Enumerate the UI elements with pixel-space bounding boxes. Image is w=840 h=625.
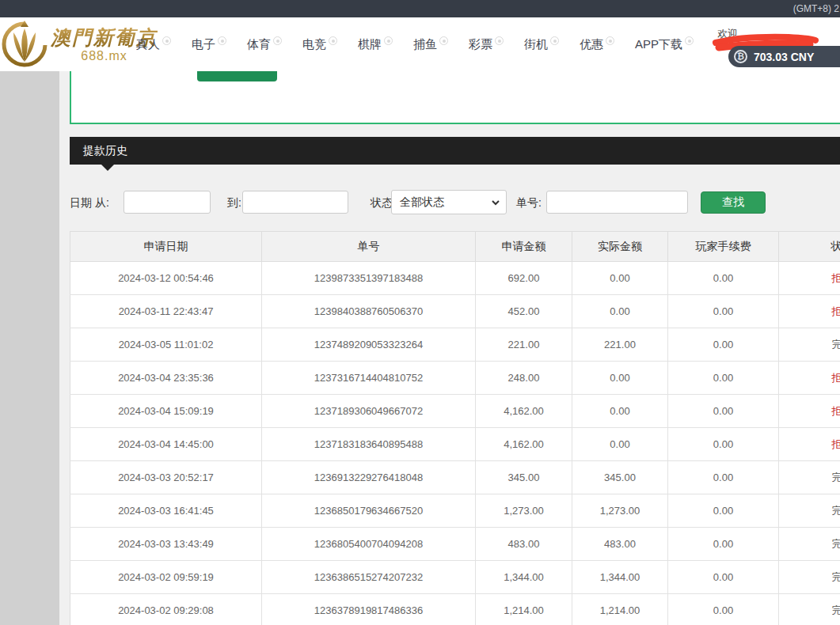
submit-button-cutoff[interactable]: [197, 71, 277, 81]
cell-amount: 692.00: [476, 262, 572, 295]
cell-fee: 0.00: [668, 494, 779, 528]
table-column-header: 申请金额: [476, 232, 572, 262]
cell-amount: 1,344.00: [476, 561, 572, 594]
nav-item-label: 捕鱼: [413, 37, 437, 51]
nav-item[interactable]: 体育: [247, 36, 282, 52]
nav-item-label: 棋牌: [358, 37, 382, 51]
table-column-header: 单号: [262, 232, 476, 262]
search-button[interactable]: 查找: [701, 191, 766, 214]
status-select[interactable]: 全部状态: [391, 190, 507, 214]
cell-order: 1237489209053323264: [262, 328, 476, 362]
cell-order: 1236386515274207232: [262, 561, 476, 594]
page: { "topbar": { "timezone_text": "(GMT+8) …: [0, 0, 840, 625]
nav-item-label: 彩票: [469, 37, 492, 51]
nav-item[interactable]: 街机: [524, 36, 559, 52]
table-row: 2024-03-04 15:09:19 1237189306049667072 …: [70, 395, 840, 428]
cell-amount: 4,162.00: [476, 428, 572, 461]
balance-amount: 703.03 CNY: [754, 51, 814, 63]
tab-pointer-icon: [101, 165, 114, 171]
main-nav: 真人 电子 体育 电竞 棋牌 捕鱼 彩票 街机 优惠 APP下载: [136, 17, 694, 71]
nav-dropdown-circle-icon: [550, 36, 559, 45]
table-column-header: 实际金额: [572, 232, 668, 262]
site-header: 澳門新葡京 688.mx 真人 电子 体育 电竞 棋牌 捕鱼 彩票 街机 优惠 …: [0, 17, 840, 71]
nav-item[interactable]: 优惠: [580, 36, 614, 52]
nav-dropdown-circle-icon: [439, 36, 448, 45]
table-column-header: 申请日期: [70, 232, 262, 262]
nav-item[interactable]: 棋牌: [358, 36, 393, 52]
cell-amount: 1,273.00: [476, 494, 572, 528]
panel-title: 提款历史: [83, 144, 127, 158]
withdraw-form-panel: [70, 71, 840, 124]
nav-item-label: 真人: [136, 37, 160, 51]
nav-item[interactable]: 彩票: [469, 36, 504, 52]
nav-dropdown-circle-icon: [606, 36, 614, 45]
cell-order: 1236850179634667520: [262, 494, 476, 528]
cell-order: 1239840388760506370: [262, 295, 476, 328]
date-from-input[interactable]: [124, 191, 211, 214]
date-from-label: 日期 从:: [70, 196, 109, 210]
cell-status: 完成: [779, 594, 840, 625]
order-input[interactable]: [546, 191, 688, 214]
cell-actual: 0.00: [572, 428, 668, 461]
nav-item[interactable]: APP下载: [635, 36, 694, 52]
cell-amount: 248.00: [476, 362, 572, 395]
nav-item-label: 电子: [192, 37, 215, 51]
table-body: 2024-03-12 00:54:46 1239873351397183488 …: [70, 262, 840, 625]
table-row: 2024-03-02 09:29:08 1236378919817486336 …: [70, 594, 840, 625]
cell-actual: 0.00: [572, 395, 668, 428]
cell-amount: 483.00: [476, 528, 572, 561]
cell-fee: 0.00: [668, 561, 779, 594]
cell-date: 2024-03-02 09:29:08: [70, 594, 262, 625]
withdraw-history-table: 申请日期 单号 申请金额 实际金额 玩家手续费 状态 2024-03-12 00…: [70, 231, 840, 625]
cell-date: 2024-03-03 13:43:49: [70, 528, 262, 561]
cell-order: 1236378919817486336: [262, 594, 476, 625]
date-to-input[interactable]: [242, 191, 348, 214]
cell-order: 1239873351397183488: [262, 262, 476, 295]
table-row: 2024-03-12 00:54:46 1239873351397183488 …: [70, 262, 840, 295]
site-logo[interactable]: 澳門新葡京 688.mx: [0, 19, 158, 71]
table-row: 2024-03-04 23:35:36 1237316714404810752 …: [70, 362, 840, 395]
nav-item-label: 电竞: [302, 37, 326, 51]
cell-date: 2024-03-03 20:52:17: [70, 461, 262, 494]
cell-order: 1237189306049667072: [262, 395, 476, 428]
nav-item-label: 体育: [247, 37, 271, 51]
nav-dropdown-circle-icon: [685, 36, 694, 45]
table-column-header: 玩家手续费: [668, 232, 779, 262]
cell-actual: 483.00: [572, 528, 668, 561]
cell-actual: 1,344.00: [572, 561, 668, 594]
table-row: 2024-03-03 13:43:49 1236805400704094208 …: [70, 528, 840, 561]
cell-status: 拒绝: [779, 262, 840, 295]
table-row: 2024-03-11 22:43:47 1239840388760506370 …: [70, 295, 840, 328]
nav-item[interactable]: 真人: [136, 36, 171, 52]
cell-status: 完成: [779, 461, 840, 494]
cell-fee: 0.00: [668, 262, 779, 295]
timezone-text: (GMT+8) 2: [793, 3, 839, 14]
nav-item[interactable]: 电子: [192, 36, 226, 52]
cell-amount: 345.00: [476, 461, 572, 494]
cell-fee: 0.00: [668, 328, 779, 362]
chevron-down-icon: [492, 199, 500, 206]
table-row: 2024-03-05 11:01:02 1237489209053323264 …: [70, 328, 840, 362]
cell-status: 完成: [779, 494, 840, 528]
balance-pill[interactable]: ₿ 703.03 CNY: [728, 46, 840, 67]
topbar: (GMT+8) 2: [0, 0, 840, 17]
cell-actual: 0.00: [572, 262, 668, 295]
cell-fee: 0.00: [668, 295, 779, 328]
bitcoin-icon: ₿: [734, 50, 747, 63]
nav-item[interactable]: 电竞: [302, 36, 337, 52]
lotus-logo-icon: [0, 19, 49, 71]
cell-order: 1237183183640895488: [262, 428, 476, 461]
cell-fee: 0.00: [668, 428, 779, 461]
table-row: 2024-03-04 14:45:00 1237183183640895488 …: [70, 428, 840, 461]
nav-item-label: APP下载: [635, 37, 682, 51]
cell-amount: 452.00: [476, 295, 572, 328]
order-label: 单号:: [516, 196, 542, 210]
cell-status: 完成: [779, 328, 840, 362]
cell-actual: 345.00: [572, 461, 668, 494]
cell-actual: 0.00: [572, 295, 668, 328]
cell-status: 拒绝: [779, 295, 840, 328]
nav-item[interactable]: 捕鱼: [413, 36, 448, 52]
table-row: 2024-03-03 20:52:17 1236913229276418048 …: [70, 461, 840, 494]
nav-dropdown-circle-icon: [384, 36, 393, 45]
cell-fee: 0.00: [668, 528, 779, 561]
